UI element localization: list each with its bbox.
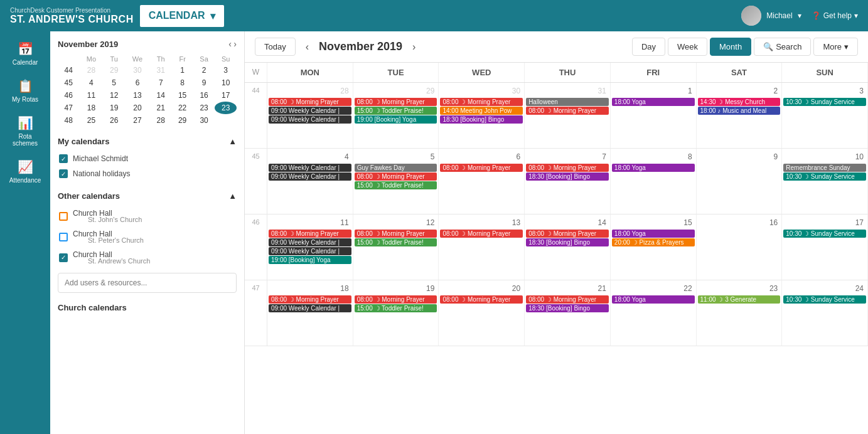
get-help-button[interactable]: ❓ Get help ▾	[812, 11, 858, 20]
collapse-other-calendars-icon[interactable]: ▲	[228, 191, 237, 201]
calendar-event[interactable]: 15:00 ☽ Toddler Praise!	[355, 304, 437, 312]
mini-day[interactable]: 15	[171, 89, 193, 102]
mini-day[interactable]: 28	[150, 114, 171, 127]
calendar-event[interactable]: 08:00 ☽ Morning Prayer	[440, 230, 523, 238]
mini-day[interactable]: 8	[171, 77, 193, 89]
calendar-event[interactable]: 08:00 ☽ Morning Prayer	[440, 295, 523, 304]
day-view-button[interactable]: Day	[632, 38, 665, 56]
mini-day[interactable]: 30	[193, 114, 215, 127]
calendar-event[interactable]: 15:00 ☽ Toddler Praise!	[355, 107, 437, 115]
calendar-event[interactable]: 09:00 Weekly Calendar |	[269, 172, 351, 181]
week-view-button[interactable]: Week	[668, 38, 707, 56]
calendar-event[interactable]: 10:30 ☽ Sunday Service	[783, 230, 866, 238]
calendar-event[interactable]: 09:00 Weekly Calendar |	[269, 247, 351, 255]
calendar-event[interactable]: 19:00 [Booking] Yoga	[269, 256, 351, 264]
mini-day[interactable]: 14	[150, 89, 171, 102]
calendar-event[interactable]: 08:00 ☽ Morning Prayer	[526, 230, 609, 238]
mini-day[interactable]: 3	[215, 64, 237, 77]
mini-day[interactable]: 11	[79, 89, 103, 102]
mini-day[interactable]: 20	[125, 102, 150, 114]
mini-day[interactable]: 7	[150, 77, 171, 89]
mini-day[interactable]: 4	[79, 77, 103, 89]
mini-day[interactable]: 6	[125, 77, 150, 89]
more-button[interactable]: More ▾	[813, 38, 858, 56]
calendar-event[interactable]: 18:00 Yoga	[612, 164, 695, 172]
calendar-event[interactable]: 08:00 ☽ Morning Prayer	[526, 295, 609, 304]
calendar-event[interactable]: 15:00 ☽ Toddler Praise!	[355, 238, 437, 246]
calendar-event[interactable]: 08:00 ☽ Morning Prayer	[355, 172, 437, 181]
calendar-event[interactable]: 18:00 Yoga	[612, 230, 695, 238]
calendar-event[interactable]: 09:00 Weekly Calendar |	[269, 304, 351, 312]
calendar-event[interactable]: 18:00 ♪ Music and Meal	[698, 107, 781, 115]
calendar-event[interactable]: 08:00 ☽ Morning Prayer	[440, 98, 523, 106]
sidebar-item-rota-schemes[interactable]: 📊 Rota schemes	[3, 110, 47, 152]
calendar-event[interactable]: Guy Fawkes Day	[355, 164, 437, 172]
mini-day[interactable]: 1	[171, 64, 193, 77]
calendar-event[interactable]: 11:00 ☽ 3 Generate	[698, 295, 781, 304]
resources-input[interactable]	[58, 273, 237, 293]
calendar-event[interactable]: 18:30 [Booking] Bingo	[440, 115, 523, 124]
sidebar-item-attendance[interactable]: 📈 Attendance	[3, 154, 47, 189]
calendar-event[interactable]: 08:00 ☽ Morning Prayer	[269, 230, 351, 238]
calendar-event[interactable]: 18:00 Yoga	[612, 295, 695, 304]
calendar-event[interactable]: 18:30 [Booking] Bingo	[526, 172, 609, 181]
calendar-event[interactable]: 08:00 ☽ Morning Prayer	[269, 98, 351, 106]
mini-day[interactable]: 30	[125, 64, 150, 77]
mini-day[interactable]: 31	[150, 64, 171, 77]
calendar-event[interactable]: 09:00 Weekly Calendar |	[269, 164, 351, 172]
user-menu[interactable]: Michael ▾	[741, 6, 801, 26]
mini-day[interactable]: 16	[193, 89, 215, 102]
calendar-event[interactable]: 18:30 [Booking] Bingo	[526, 304, 609, 312]
mini-cal-prev[interactable]: ‹	[228, 39, 232, 49]
prev-month-button[interactable]: ‹	[301, 39, 314, 55]
calendar-checkbox-blue[interactable]	[59, 233, 68, 241]
mini-day[interactable]: 17	[215, 89, 237, 102]
calendar-event[interactable]: 09:00 Weekly Calendar |	[269, 238, 351, 246]
mini-day[interactable]: 23	[193, 102, 215, 114]
next-month-button[interactable]: ›	[407, 39, 421, 55]
sidebar-item-calendar[interactable]: 📅 Calendar	[3, 36, 47, 71]
calendar-event[interactable]: 14:00 Meeting John Pow	[440, 107, 523, 115]
mini-day[interactable]: 19	[104, 102, 125, 114]
calendar-event[interactable]: Remembrance Sunday	[783, 164, 866, 172]
month-view-button[interactable]: Month	[710, 38, 751, 56]
mini-day[interactable]: 27	[125, 114, 150, 127]
search-button[interactable]: 🔍 Search	[754, 38, 811, 56]
module-dropdown[interactable]: CALENDAR ▾	[140, 5, 224, 27]
calendar-event[interactable]: 08:00 ☽ Morning Prayer	[355, 98, 437, 106]
mini-day[interactable]: 12	[104, 89, 125, 102]
calendar-event[interactable]: 08:00 ☽ Morning Prayer	[269, 295, 351, 304]
calendar-event[interactable]: 08:00 ☽ Morning Prayer	[355, 230, 437, 238]
mini-day[interactable]: 29	[104, 64, 125, 77]
calendar-event[interactable]: 08:00 ☽ Morning Prayer	[440, 164, 523, 172]
mini-day[interactable]: 10	[215, 77, 237, 89]
calendar-event[interactable]: 15:00 ☽ Toddler Praise!	[355, 181, 437, 189]
calendar-checkbox-orange[interactable]	[59, 212, 68, 221]
mini-day[interactable]: 18	[79, 102, 103, 114]
calendar-event[interactable]: 10:30 ☽ Sunday Service	[783, 98, 866, 106]
sidebar-item-my-rotas[interactable]: 📋 My Rotas	[3, 73, 47, 108]
calendar-event[interactable]: 09:00 Weekly Calendar |	[269, 107, 351, 115]
calendar-event[interactable]: 19:00 [Booking] Yoga	[355, 115, 437, 124]
mini-day[interactable]: 25	[79, 114, 103, 127]
mini-day[interactable]: 2	[193, 64, 215, 77]
calendar-event[interactable]: 08:00 ☽ Morning Prayer	[526, 164, 609, 172]
mini-day[interactable]: 22	[171, 102, 193, 114]
calendar-event[interactable]: 20:00 ☽ Pizza & Prayers	[612, 238, 695, 246]
calendar-event[interactable]: 08:00 ☽ Morning Prayer	[526, 107, 609, 115]
calendar-event[interactable]: Halloween	[526, 98, 609, 106]
calendar-event[interactable]: 18:30 [Booking] Bingo	[526, 238, 609, 246]
calendar-event[interactable]: 10:30 ☽ Sunday Service	[783, 172, 866, 181]
today-button[interactable]: Today	[255, 38, 296, 56]
mini-day[interactable]: 9	[193, 77, 215, 89]
mini-day-today[interactable]: 23	[215, 102, 237, 114]
calendar-checkbox[interactable]: ✓	[59, 169, 68, 178]
calendar-event[interactable]: 14:30 ☽ Messy Church	[698, 98, 781, 106]
mini-day[interactable]: 5	[104, 77, 125, 89]
mini-day[interactable]: 13	[125, 89, 150, 102]
mini-day[interactable]: 26	[104, 114, 125, 127]
collapse-my-calendars-icon[interactable]: ▲	[228, 137, 237, 146]
mini-day[interactable]: 28	[79, 64, 103, 77]
mini-day[interactable]: 29	[171, 114, 193, 127]
mini-day[interactable]: 21	[150, 102, 171, 114]
